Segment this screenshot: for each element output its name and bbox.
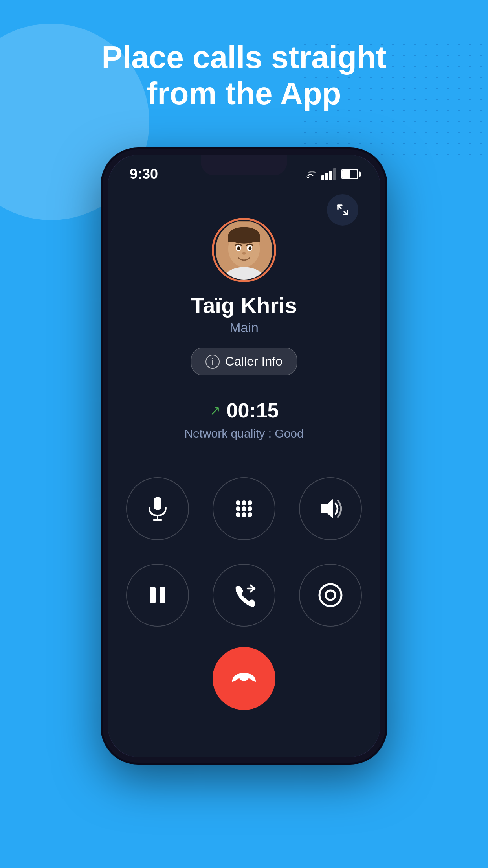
svg-rect-2 [329, 171, 332, 180]
wifi-icon [300, 168, 316, 180]
record-button[interactable] [299, 564, 362, 627]
svg-rect-1 [325, 173, 328, 180]
headline-line2: from the App [147, 76, 341, 111]
mute-button[interactable] [126, 477, 189, 540]
signal-icon [321, 168, 336, 180]
pause-icon [144, 581, 171, 609]
svg-point-30 [236, 512, 240, 517]
call-arrow-icon: ↗ [209, 403, 220, 418]
caller-info-button[interactable]: i Caller Info [191, 348, 297, 375]
end-call-button[interactable] [213, 647, 275, 710]
svg-point-18 [237, 246, 240, 250]
svg-point-25 [242, 500, 246, 505]
call-timer: ↗ 00:15 Network quality : Good [108, 399, 380, 440]
network-quality: Network quality : Good [108, 427, 380, 440]
keypad-button[interactable] [213, 477, 275, 540]
phone-btn-power [384, 292, 385, 355]
svg-point-38 [326, 590, 335, 600]
svg-point-28 [242, 506, 246, 511]
phone-btn-mute [103, 249, 104, 277]
avatar [216, 221, 272, 280]
svg-point-26 [248, 500, 252, 505]
caller-info-label: Caller Info [225, 354, 283, 369]
speaker-button[interactable] [299, 477, 362, 540]
svg-point-27 [236, 506, 240, 511]
svg-rect-0 [321, 175, 324, 180]
phone-btn-vol-up [103, 289, 104, 332]
svg-point-19 [249, 246, 252, 250]
headline: Place calls straight from the App [0, 39, 488, 112]
transfer-icon [230, 581, 258, 609]
hold-button[interactable] [126, 564, 189, 627]
svg-point-31 [242, 512, 246, 517]
headline-line1: Place calls straight [102, 40, 387, 75]
avatar-wrap [212, 218, 276, 282]
phone-outer: 9:30 [103, 149, 385, 763]
svg-rect-15 [228, 235, 260, 242]
contact-subtitle: Main [108, 320, 380, 335]
svg-rect-3 [333, 168, 336, 180]
notch [201, 155, 287, 175]
status-icons [300, 168, 358, 180]
timer-value: 00:15 [227, 399, 279, 422]
svg-point-29 [248, 506, 252, 511]
contact-name: Taïg Khris [108, 292, 380, 318]
record-icon [317, 581, 344, 609]
svg-rect-21 [154, 497, 161, 510]
expand-button[interactable] [327, 194, 358, 226]
svg-point-32 [248, 512, 252, 517]
expand-icon [335, 202, 350, 218]
phone-btn-vol-down [103, 340, 104, 383]
svg-point-24 [236, 500, 240, 505]
svg-point-37 [319, 584, 341, 606]
info-icon: i [205, 355, 220, 369]
speaker-icon [317, 495, 344, 522]
keypad-icon [230, 495, 258, 522]
end-call-icon [228, 663, 260, 694]
transfer-button[interactable] [213, 564, 275, 627]
svg-rect-34 [150, 587, 156, 603]
avatar-image [216, 221, 272, 280]
phone-mockup: 9:30 [103, 149, 385, 763]
controls-grid [126, 477, 362, 627]
status-time: 9:30 [130, 166, 158, 182]
svg-rect-35 [160, 587, 165, 603]
svg-marker-33 [321, 499, 333, 519]
svg-point-20 [242, 252, 246, 255]
battery-icon [341, 169, 358, 179]
microphone-icon [144, 495, 171, 522]
screen: 9:30 [108, 155, 380, 757]
avatar-ring [212, 218, 276, 282]
